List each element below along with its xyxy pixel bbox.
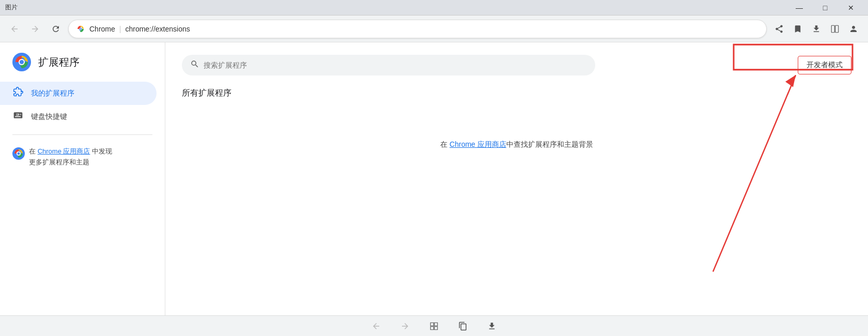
svg-marker-13 [785,75,796,87]
keyboard-icon [12,110,24,123]
content-header: 开发者模式 [182,55,851,75]
address-bar[interactable]: Chrome | chrome://extensions [68,20,767,38]
toolbar-right [771,21,862,37]
svg-rect-4 [835,25,839,33]
share-button[interactable] [771,21,787,37]
bottom-download-button[interactable] [484,318,500,334]
svg-line-12 [713,75,796,271]
svg-rect-3 [831,25,834,33]
svg-point-2 [80,28,82,29]
empty-suffix: 中查找扩展程序和主题背景 [506,140,593,148]
reload-button[interactable] [48,21,64,37]
bottom-copy-button[interactable] [455,318,471,334]
all-extensions-title: 所有扩展程序 [182,88,851,99]
sidebar-item-my-extensions-label: 我的扩展程序 [31,89,74,98]
extensions-logo-icon [12,53,31,71]
sidebar-item-keyboard-shortcuts-label: 键盘快捷键 [31,112,67,121]
address-brand: Chrome [89,25,115,33]
window-title: 图片 [5,3,18,12]
split-button[interactable] [827,21,843,37]
store-link-anchor[interactable]: Chrome 应用商店 [38,147,90,155]
empty-state-text: 在 Chrome 应用商店中查找扩展程序和主题背景 [440,140,593,149]
minimize-button[interactable]: — [787,0,811,16]
title-bar: 图片 — □ ✕ [0,0,868,16]
empty-prefix: 在 [440,140,450,148]
bottom-nav [0,315,868,336]
maximize-button[interactable]: □ [813,0,837,16]
chrome-store-icon [12,147,25,160]
close-button[interactable]: ✕ [839,0,863,16]
empty-state: 在 Chrome 应用商店中查找扩展程序和主题背景 [182,140,851,149]
back-button[interactable] [6,21,23,37]
bookmark-button[interactable] [789,21,806,37]
sidebar: 扩展程序 我的扩展程序 键盘快捷键 [0,42,165,315]
window-controls: — □ ✕ [787,0,863,16]
empty-state-link[interactable]: Chrome 应用商店 [450,140,506,148]
dev-mode-button[interactable]: 开发者模式 [798,56,851,74]
sidebar-nav: 我的扩展程序 键盘快捷键 [0,82,165,128]
store-prefix: 在 [29,147,38,155]
sidebar-store-link: 在 Chrome 应用商店 中发现更多扩展程序和主题 [0,141,165,173]
bottom-back-button[interactable] [368,318,384,334]
search-bar[interactable] [182,55,595,75]
chrome-logo-icon [76,24,85,34]
address-url: chrome://extensions [125,25,190,33]
browser-toolbar: Chrome | chrome://extensions [0,16,868,42]
store-link-text: 在 Chrome 应用商店 中发现更多扩展程序和主题 [29,146,112,168]
puzzle-icon [12,87,24,100]
address-separator: | [119,25,121,33]
profile-button[interactable] [845,21,862,37]
sidebar-divider [12,134,152,135]
forward-button[interactable] [27,21,43,37]
sidebar-header: 扩展程序 [0,53,165,82]
sidebar-item-my-extensions[interactable]: 我的扩展程序 [0,82,157,105]
annotation-overlay [165,42,868,315]
search-icon [190,59,199,71]
download-button[interactable] [808,21,825,37]
sidebar-item-keyboard-shortcuts[interactable]: 键盘快捷键 [0,105,157,128]
main-layout: 扩展程序 我的扩展程序 键盘快捷键 [0,42,868,315]
bottom-grid-button[interactable] [426,318,442,334]
sidebar-title: 扩展程序 [38,55,80,69]
content-area: 开发者模式 所有扩展程序 在 Chrome 应用商店中查找扩展程序和主题背景 [165,42,868,315]
bottom-forward-button[interactable] [397,318,413,334]
svg-point-7 [20,60,24,64]
search-input[interactable] [204,61,587,69]
svg-point-10 [18,152,20,155]
